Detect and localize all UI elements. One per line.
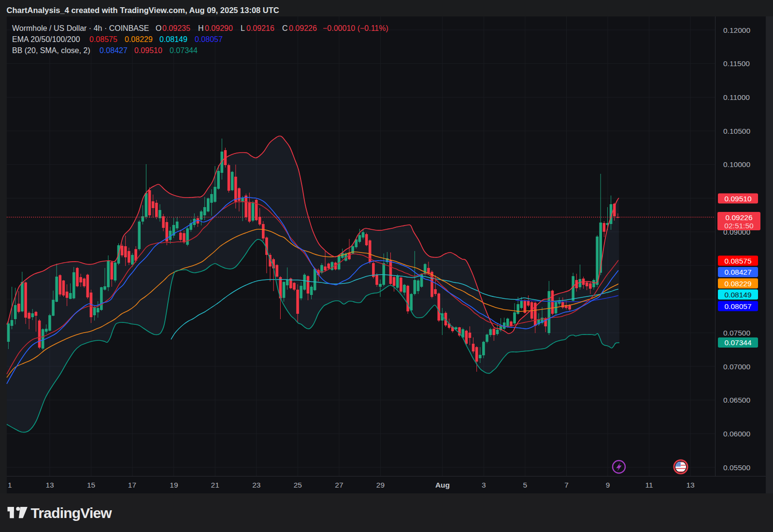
svg-text:3: 3 (482, 481, 486, 489)
svg-text:BB (20, SMA, close, 2): BB (20, SMA, close, 2) (12, 46, 90, 55)
svg-text:Wormhole / US Dollar · 4h · CO: Wormhole / US Dollar · 4h · COINBASE (12, 24, 149, 32)
svg-text:0.07000: 0.07000 (723, 363, 750, 371)
svg-text:11: 11 (645, 481, 653, 489)
svg-text:29: 29 (376, 481, 385, 489)
svg-text:21: 21 (211, 481, 219, 489)
svg-text:0.05500: 0.05500 (723, 463, 750, 472)
svg-text:0.09226: 0.09226 (725, 213, 752, 222)
svg-text:0.06000: 0.06000 (723, 430, 750, 438)
svg-text:02:51:50: 02:51:50 (724, 222, 754, 230)
svg-text:27: 27 (335, 481, 343, 489)
svg-text:19: 19 (170, 481, 178, 489)
svg-text:0.11000: 0.11000 (723, 93, 750, 101)
svg-text:0.08427: 0.08427 (724, 268, 751, 276)
svg-text:17: 17 (128, 481, 136, 489)
svg-text:−0.00010 (−0.11%): −0.00010 (−0.11%) (323, 24, 388, 32)
svg-text:13: 13 (45, 481, 54, 489)
svg-text:0.08057: 0.08057 (724, 302, 751, 310)
svg-text:TradingView: TradingView (31, 505, 113, 521)
svg-text:15: 15 (87, 481, 95, 489)
svg-text:0.12000: 0.12000 (723, 26, 750, 34)
svg-text:Aug: Aug (435, 481, 450, 489)
svg-text:0.07344: 0.07344 (170, 46, 198, 55)
svg-text:0.11500: 0.11500 (723, 59, 750, 68)
svg-text:25: 25 (294, 481, 302, 489)
svg-text:23: 23 (252, 481, 260, 489)
svg-text:7: 7 (564, 481, 569, 489)
svg-text:0.09510: 0.09510 (134, 46, 162, 55)
svg-text:13: 13 (686, 481, 694, 489)
svg-text:9: 9 (606, 481, 610, 489)
svg-text:C: C (282, 24, 288, 32)
svg-text:0.08575: 0.08575 (724, 257, 751, 265)
svg-text:0.08229: 0.08229 (724, 280, 751, 288)
svg-text:0.09235: 0.09235 (162, 24, 190, 32)
svg-text:0.10500: 0.10500 (723, 127, 750, 135)
svg-text:0.06500: 0.06500 (723, 396, 750, 404)
svg-text:0.08149: 0.08149 (724, 291, 751, 299)
svg-text:O: O (156, 24, 161, 32)
svg-text:ChartAnalysis_4 created with T: ChartAnalysis_4 created with TradingView… (7, 6, 279, 14)
svg-text:5: 5 (523, 481, 528, 489)
svg-text:0.08427: 0.08427 (100, 46, 128, 55)
svg-text:0.09216: 0.09216 (246, 24, 274, 32)
svg-text:0.09226: 0.09226 (289, 24, 317, 32)
svg-text:1: 1 (8, 481, 12, 489)
svg-text:L: L (241, 24, 245, 32)
svg-text:0.08575: 0.08575 (89, 35, 117, 43)
svg-text:0.08229: 0.08229 (125, 35, 153, 43)
svg-text:0.08149: 0.08149 (159, 35, 187, 43)
svg-text:0.07344: 0.07344 (724, 338, 751, 347)
svg-text:H: H (198, 24, 204, 32)
svg-text:0.09510: 0.09510 (724, 195, 751, 203)
svg-text:0.07500: 0.07500 (723, 329, 750, 337)
svg-text:0.09290: 0.09290 (205, 24, 233, 32)
svg-text:EMA 20/50/100/200: EMA 20/50/100/200 (12, 35, 80, 43)
svg-text:0.08057: 0.08057 (195, 35, 223, 43)
svg-text:0.10000: 0.10000 (723, 160, 750, 168)
